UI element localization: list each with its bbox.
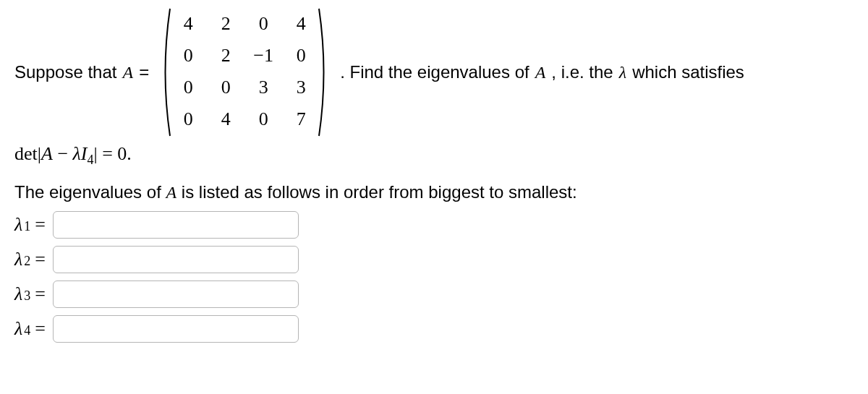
matrix-cell: 2 (216, 13, 236, 36)
lambda1-row: λ1= (14, 211, 854, 239)
problem-suffix-1: . Find the eigenvalues of (340, 62, 529, 82)
matrix-cell: −1 (253, 45, 273, 68)
lambda1-label: λ1= (14, 214, 46, 236)
det-lambda: λ (73, 143, 81, 164)
matrix-cell: 0 (253, 13, 273, 36)
determinant-equation: det|A − λI4| = 0. (14, 143, 854, 168)
matrix-cell: 4 (178, 13, 198, 36)
matrix-cell: 0 (253, 108, 273, 132)
lambda3-label: λ3= (14, 283, 46, 305)
matrix-cell: 3 (253, 77, 273, 100)
matrix-cell: 0 (291, 45, 311, 68)
matrix-cell: 0 (216, 77, 236, 100)
matrix-cell: 0 (178, 45, 198, 68)
matrix-cell: 4 (291, 13, 311, 36)
det-eq0: = 0. (98, 143, 132, 164)
matrix-cell: 2 (216, 45, 236, 68)
left-paren-icon (159, 7, 172, 137)
instruction-var: A (166, 183, 176, 202)
problem-suffix-var: A (535, 63, 546, 82)
lambda4-input[interactable] (53, 315, 299, 343)
matrix-cell: 4 (216, 108, 236, 132)
problem-suffix-2: , i.e. the (551, 62, 613, 82)
right-paren-icon (317, 7, 330, 137)
lambda4-label: λ4= (14, 318, 46, 340)
lambda2-label: λ2= (14, 249, 46, 270)
det-text: det (14, 143, 38, 164)
instruction-part1: The eigenvalues of (14, 182, 166, 202)
problem-statement: Suppose that A = 4 2 0 4 0 2 −1 0 0 0 3 … (14, 7, 854, 137)
problem-suffix-3: which satisfies (632, 62, 744, 82)
matrix-A: 4 2 0 4 0 2 −1 0 0 0 3 3 0 4 0 7 (159, 7, 330, 137)
lambda1-input[interactable] (53, 211, 299, 239)
matrix-cell: 3 (291, 77, 311, 100)
matrix-variable: A (122, 63, 133, 82)
matrix-cell: 0 (178, 108, 198, 132)
lambda2-row: λ2= (14, 246, 854, 273)
matrix-grid: 4 2 0 4 0 2 −1 0 0 0 3 3 0 4 0 7 (172, 7, 317, 137)
lambda3-input[interactable] (53, 280, 299, 308)
matrix-cell: 7 (291, 108, 311, 132)
lambda-symbol: λ (619, 63, 626, 82)
lambda4-row: λ4= (14, 315, 854, 343)
matrix-cell: 0 (178, 77, 198, 100)
lambda2-input[interactable] (53, 246, 299, 273)
problem-prefix: Suppose that (14, 62, 116, 82)
equals-sign: = (139, 62, 149, 82)
instruction-part2: is listed as follows in order from bigge… (176, 182, 577, 202)
det-minus: − (53, 143, 73, 164)
det-A: A (41, 143, 53, 164)
lambda3-row: λ3= (14, 280, 854, 308)
instruction-text: The eigenvalues of A is listed as follow… (14, 182, 854, 202)
